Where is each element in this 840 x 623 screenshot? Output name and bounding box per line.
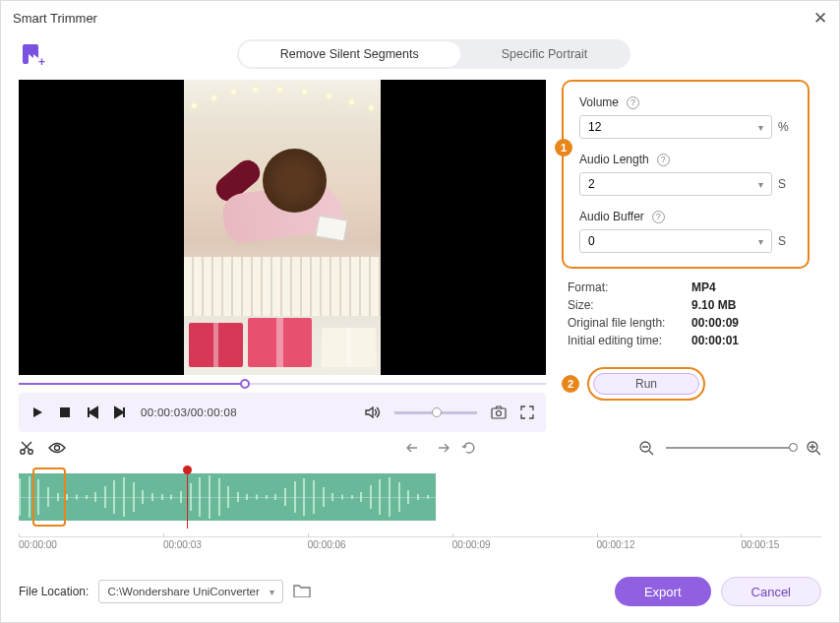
playback-controls: 00:00:03/00:00:08 (19, 393, 546, 432)
svg-rect-2 (492, 408, 506, 418)
svg-rect-1 (60, 407, 70, 417)
next-frame-icon[interactable] (113, 405, 127, 419)
callout-2: 2 (562, 375, 579, 393)
svg-point-6 (55, 446, 60, 451)
settings-panel: 1 Volume? 12▾ % Audio Length? 2▾ S Audio… (562, 80, 810, 269)
stop-icon[interactable] (58, 405, 72, 419)
video-frame (184, 80, 381, 375)
zoom-in-icon[interactable] (806, 440, 821, 456)
file-location-select[interactable]: C:\Wondershare UniConverter▾ (98, 580, 282, 603)
window-title: Smart Trimmer (13, 11, 813, 26)
footer: File Location: C:\Wondershare UniConvert… (19, 577, 821, 606)
svg-text:+: + (38, 55, 45, 68)
file-location-label: File Location: (19, 585, 89, 598)
volume-input[interactable]: 12▾ (579, 115, 772, 139)
audio-length-unit: S (778, 177, 792, 191)
folder-icon[interactable] (293, 583, 311, 601)
svg-point-3 (497, 411, 502, 416)
export-button[interactable]: Export (615, 577, 711, 606)
video-preview (19, 80, 546, 375)
prev-frame-icon[interactable] (86, 405, 99, 419)
callout-1: 1 (555, 139, 572, 156)
chevron-down-icon: ▾ (758, 122, 763, 133)
volume-icon[interactable] (365, 405, 381, 419)
cancel-button[interactable]: Cancel (721, 577, 821, 606)
audio-buffer-input[interactable]: 0▾ (579, 229, 772, 253)
audio-buffer-unit: S (778, 234, 792, 248)
audio-length-label: Audio Length? (579, 153, 792, 166)
progress-slider[interactable] (19, 379, 546, 389)
close-icon[interactable]: ✕ (813, 8, 827, 29)
undo-icon[interactable] (406, 441, 422, 455)
chevron-down-icon: ▾ (270, 587, 274, 597)
tab-remove-silent[interactable]: Remove Silent Segments (239, 41, 460, 67)
cut-icon[interactable] (19, 440, 34, 456)
zoom-out-icon[interactable] (638, 440, 654, 456)
help-icon[interactable]: ? (627, 96, 639, 109)
playhead[interactable] (187, 466, 188, 529)
file-meta: Format:MP4 Size:9.10 MB Original file le… (562, 280, 810, 347)
svg-point-4 (21, 450, 25, 454)
run-highlight: Run (587, 367, 705, 401)
redo-icon[interactable] (434, 441, 450, 455)
waveform-timeline[interactable] (19, 466, 821, 529)
zoom-slider[interactable] (666, 447, 794, 449)
time-ruler: 00:00:00 00:00:03 00:00:06 00:00:09 00:0… (19, 536, 821, 556)
app-logo-icon: + (19, 40, 46, 68)
help-icon[interactable]: ? (657, 154, 670, 166)
chevron-down-icon: ▾ (758, 236, 763, 247)
svg-point-5 (29, 450, 32, 454)
fullscreen-icon[interactable] (520, 405, 534, 419)
volume-label: Volume? (579, 95, 792, 109)
audio-buffer-label: Audio Buffer? (579, 210, 792, 223)
play-icon[interactable] (30, 405, 44, 419)
tab-specific-portrait[interactable]: Specific Portrait (460, 41, 630, 67)
chevron-down-icon: ▾ (758, 179, 763, 190)
selection-marker[interactable] (32, 467, 66, 527)
titlebar: Smart Trimmer ✕ (1, 1, 839, 34)
mode-tabs: Remove Silent Segments Specific Portrait (237, 39, 631, 69)
volume-unit: % (778, 120, 792, 134)
run-button[interactable]: Run (593, 373, 699, 395)
audio-length-input[interactable]: 2▾ (579, 172, 772, 196)
help-icon[interactable]: ? (652, 211, 665, 223)
top-row: + Remove Silent Segments Specific Portra… (1, 34, 839, 74)
playback-time: 00:00:03/00:00:08 (141, 406, 237, 418)
timeline-toolbar (19, 440, 821, 456)
snapshot-icon[interactable] (491, 405, 507, 419)
refresh-icon[interactable] (461, 440, 477, 456)
eye-icon[interactable] (48, 441, 66, 455)
volume-slider[interactable] (394, 411, 477, 414)
